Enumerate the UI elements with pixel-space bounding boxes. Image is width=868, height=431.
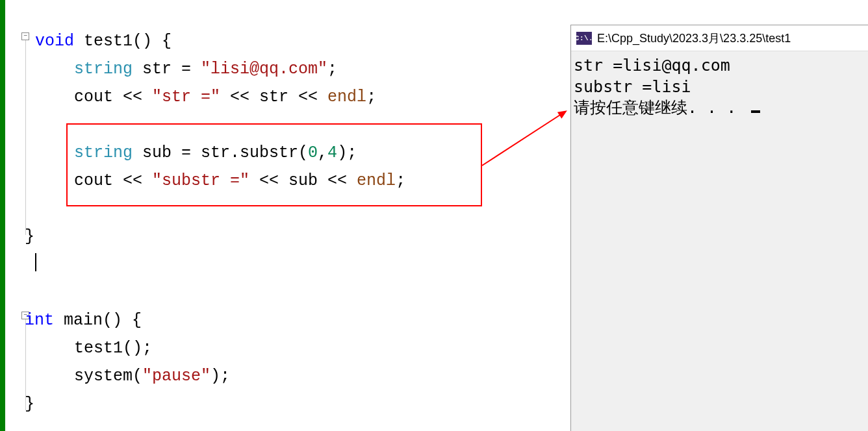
console-window: C:\. E:\Cpp_Study\2023.3月\23.3.25\test1 … (570, 25, 868, 431)
code-line[interactable]: void test1() { (35, 27, 172, 55)
code-editor[interactable]: − − void test1() { string str = "lisi@qq… (5, 0, 570, 431)
code-line[interactable]: } (25, 390, 34, 418)
console-line: substr =lisi (574, 77, 865, 98)
console-cursor-icon (751, 110, 760, 113)
string-literal: "str =" (152, 88, 220, 106)
console-app-icon: C:\. (576, 32, 592, 45)
code-line[interactable]: cout << "substr =" << sub << endl; (35, 167, 405, 195)
string-literal: "lisi@qq.com" (201, 60, 327, 79)
fold-guide-line (25, 40, 26, 235)
keyword-void: void (35, 32, 74, 51)
code-line[interactable]: } (25, 223, 34, 251)
console-line: str =lisi@qq.com (574, 55, 865, 77)
string-literal: "substr =" (152, 171, 249, 190)
code-line[interactable]: string str = "lisi@qq.com"; (35, 55, 337, 83)
code-line[interactable]: cout << "str =" << str << endl; (35, 83, 376, 111)
type-string: string (74, 60, 133, 79)
code-line[interactable]: int main() { (25, 306, 142, 334)
string-literal: "pause" (142, 367, 211, 386)
keyword-int: int (25, 311, 54, 330)
console-output[interactable]: str =lisi@qq.com substr =lisi 请按任意键继续. .… (571, 51, 868, 123)
type-string: string (74, 143, 133, 162)
fold-toggle-icon[interactable]: − (21, 32, 29, 40)
number-literal: 0 (308, 143, 318, 162)
change-marker-bar (0, 0, 5, 431)
console-line: 请按任意键继续. . . (574, 97, 865, 119)
code-line[interactable]: test1(); (35, 334, 152, 362)
text-caret (35, 253, 36, 271)
code-line[interactable]: string sub = str.substr(0,4); (35, 139, 357, 167)
number-literal: 4 (327, 143, 337, 162)
code-line[interactable]: system("pause"); (35, 362, 230, 390)
console-titlebar[interactable]: C:\. E:\Cpp_Study\2023.3月\23.3.25\test1 (571, 25, 868, 51)
console-title: E:\Cpp_Study\2023.3月\23.3.25\test1 (597, 31, 791, 46)
